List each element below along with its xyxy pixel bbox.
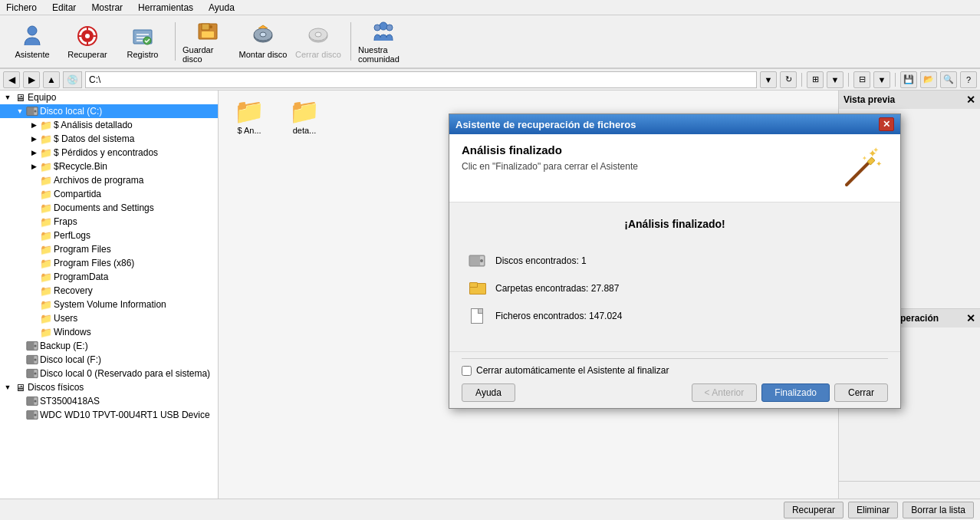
menu-bar: Fichero Editar Mostrar Herramientas Ayud…	[0, 0, 980, 15]
icon-disco-c	[26, 105, 38, 117]
tree-archivos[interactable]: ▶ 📁 Archivos de programa	[0, 173, 218, 187]
stats-text-carpetas: Carpetas encontradas: 27.887	[495, 283, 619, 294]
tree-sysvolinfo[interactable]: ▶ 📁 System Volume Information	[0, 298, 218, 311]
dialog-help-button[interactable]: Ayuda	[462, 383, 515, 402]
toggle-equipo[interactable]: ▼	[2, 91, 14, 104]
tree-backup-e[interactable]: ▶ Backup (E:)	[0, 339, 218, 353]
tree-docs-settings[interactable]: ▶ 📁 Documents and Settings	[0, 201, 218, 215]
svg-point-0	[28, 26, 37, 35]
auto-close-checkbox[interactable]	[462, 366, 472, 376]
tree-analisis[interactable]: ▶ 📁 $ Análisis detallado	[0, 118, 218, 132]
label-pd: ProgramData	[54, 272, 108, 282]
recuperar-bottom-btn[interactable]: Recuperar	[784, 502, 844, 518]
filter-dropdown[interactable]: ▼	[873, 71, 890, 88]
toolbar-cerrar-label: Cerrar disco	[295, 50, 341, 59]
tree-disco-0[interactable]: ▶ Disco local 0 (Reservado para el siste…	[0, 367, 218, 380]
tree-wdc[interactable]: ▶ WDC WD10 TPVT-00U4RT1 USB Device	[0, 408, 218, 422]
disk-stats-icon	[468, 253, 486, 268]
dialog-buttons: Ayuda < Anterior Finalizado Cerrar	[462, 383, 888, 402]
stats-row-discos: Discos encontrados: 1	[468, 253, 882, 268]
toolbar-recuperar-label: Recuperar	[67, 50, 107, 59]
tree-programdata[interactable]: ▶ 📁 ProgramData	[0, 270, 218, 284]
dialog-finish-button[interactable]: Finalizado	[761, 383, 830, 402]
toggle-recycle[interactable]: ▶	[28, 160, 40, 173]
menu-mostrar[interactable]: Mostrar	[88, 2, 126, 13]
toolbar-asistente[interactable]: Asistente	[6, 18, 58, 64]
asistente-icon	[20, 24, 44, 48]
dialog-overlay: Asistente de recuperación de ficheros ✕ …	[219, 91, 838, 499]
svg-line-37	[847, 162, 870, 185]
tree-perdidos[interactable]: ▶ 📁 $ Pérdidos y encontrados	[0, 146, 218, 160]
view-dropdown[interactable]: ▼	[827, 71, 844, 88]
tree-program-files[interactable]: ▶ 📁 Program Files	[0, 242, 218, 256]
dialog-close-dialog-button[interactable]: Cerrar	[834, 383, 888, 402]
svg-point-15	[315, 32, 321, 37]
toolbar-montar-disco[interactable]: Montar disco	[237, 18, 289, 64]
label-pf: Program Files	[54, 244, 111, 255]
toggle-discos-fisicos[interactable]: ▼	[2, 381, 14, 393]
svg-point-16	[380, 22, 387, 30]
toolbar-guardar-disco[interactable]: Guardar disco	[182, 18, 234, 64]
toggle-analisis[interactable]: ▶	[28, 119, 40, 131]
montar-disco-icon	[251, 24, 275, 48]
icon-pf: 📁	[40, 243, 52, 255]
tree-compartida[interactable]: ▶ 📁 Compartida	[0, 187, 218, 201]
address-refresh[interactable]: ↻	[780, 71, 797, 88]
tree-recycle[interactable]: ▶ 📁 $Recycle.Bin	[0, 160, 218, 173]
toggle-datos[interactable]: ▶	[28, 133, 40, 145]
tree-datos-sistema[interactable]: ▶ 📁 $ Datos del sistema	[0, 132, 218, 146]
dialog-close-btn[interactable]: ✕	[879, 117, 894, 131]
menu-ayuda[interactable]: Ayuda	[206, 2, 238, 13]
icon-perflogs: 📁	[40, 229, 52, 242]
tree-program-files-x86[interactable]: ▶ 📁 Program Files (x86)	[0, 256, 218, 270]
nav-back[interactable]: ◀	[3, 71, 20, 88]
dialog-wand-icon: ✦ ✦ ✦ ✦	[839, 143, 888, 193]
tree-users[interactable]: ▶ 📁 Users	[0, 311, 218, 325]
recovery-list-close[interactable]: ✕	[966, 312, 975, 324]
menu-editar[interactable]: Editar	[49, 2, 79, 13]
svg-point-36	[34, 413, 36, 416]
dialog-back-button[interactable]: < Anterior	[692, 383, 758, 402]
label-perflogs: PerfLogs	[54, 230, 90, 241]
toolbar-registro[interactable]: Registro	[117, 18, 169, 64]
tree-windows[interactable]: ▶ 📁 Windows	[0, 325, 218, 339]
toolbar-nuestra-comunidad[interactable]: Nuestra comunidad	[357, 18, 409, 64]
tree-discos-fisicos[interactable]: ▼ 🖥 Discos físicos	[0, 380, 218, 394]
toggle-disco-c[interactable]: ▼	[14, 105, 26, 117]
icon-recycle: 📁	[40, 160, 52, 173]
label-analisis: $ Análisis detallado	[54, 120, 133, 130]
preview-close[interactable]: ✕	[966, 94, 975, 106]
toolbar-registro-label: Registro	[127, 50, 159, 59]
search-btn[interactable]: 🔍	[940, 71, 957, 88]
tree-st3500[interactable]: ▶ ST3500418AS	[0, 394, 218, 408]
label-compartida: Compartida	[54, 189, 101, 199]
label-disco-0: Disco local 0 (Reservado para el sistema…	[40, 368, 210, 379]
load-view[interactable]: 📂	[920, 71, 937, 88]
address-dropdown[interactable]: ▼	[760, 71, 777, 88]
svg-point-24	[34, 344, 36, 347]
filter-toggle[interactable]: ⊟	[853, 71, 870, 88]
toolbar-cerrar-disco[interactable]: Cerrar disco	[292, 18, 344, 64]
tree-equipo[interactable]: ▼ 🖥 Equipo	[0, 91, 218, 104]
menu-fichero[interactable]: Fichero	[3, 2, 40, 13]
toolbar-recuperar[interactable]: Recuperar	[61, 18, 113, 64]
save-view[interactable]: 💾	[900, 71, 917, 88]
tree-disco-local-c[interactable]: ▼ Disco local (C:)	[0, 104, 218, 118]
tree-perflogs[interactable]: ▶ 📁 PerfLogs	[0, 229, 218, 242]
menu-herramientas[interactable]: Herramientas	[135, 2, 196, 13]
label-windows: Windows	[54, 327, 91, 337]
tree-recovery[interactable]: ▶ 📁 Recovery	[0, 284, 218, 298]
nav-forward[interactable]: ▶	[23, 71, 40, 88]
svg-rect-7	[202, 24, 209, 30]
tree-fraps[interactable]: ▶ 📁 Fraps	[0, 215, 218, 229]
address-input[interactable]	[85, 71, 757, 88]
toolbar-comunidad-label: Nuestra comunidad	[358, 45, 409, 64]
dialog-subtitle: Clic en "Finalizado" para cerrar el Asis…	[462, 161, 638, 172]
nav-up[interactable]: ▲	[43, 71, 60, 88]
help-btn[interactable]: ?	[960, 71, 977, 88]
view-toggle[interactable]: ⊞	[807, 71, 824, 88]
toggle-perdidos[interactable]: ▶	[28, 146, 40, 159]
eliminar-bottom-btn[interactable]: Eliminar	[848, 502, 898, 518]
tree-disco-f[interactable]: ▶ Disco local (F:)	[0, 353, 218, 367]
borrar-lista-bottom-btn[interactable]: Borrar la lista	[903, 502, 974, 518]
